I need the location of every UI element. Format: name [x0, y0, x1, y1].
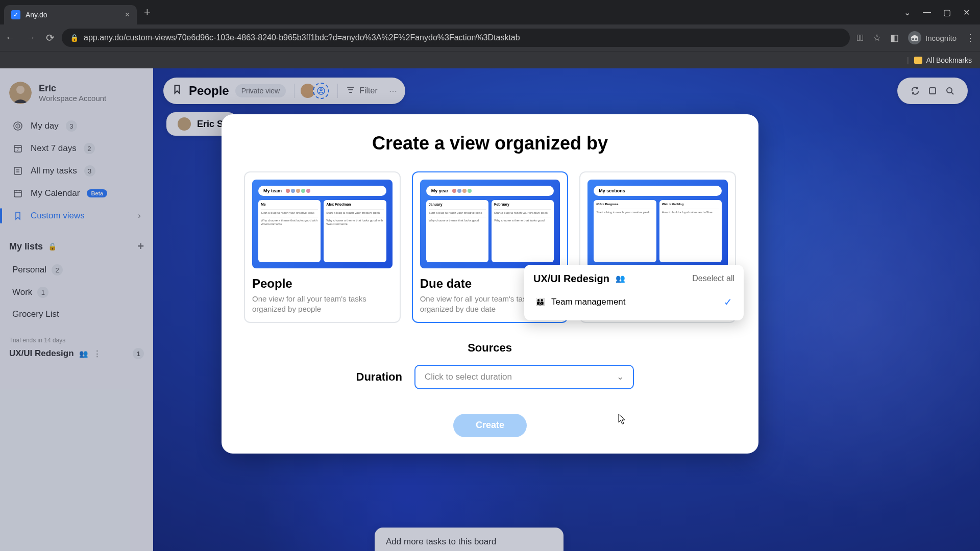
extensions-icon[interactable]: ◧	[890, 32, 899, 43]
preview-head-label: My sections	[599, 188, 625, 193]
chevron-down-icon: ⌄	[617, 371, 624, 382]
star-icon[interactable]: ☆	[873, 32, 881, 43]
card-title: People	[252, 277, 393, 291]
menu-dots-icon[interactable]: ⋮	[966, 32, 975, 43]
preview-col-label: January	[429, 203, 486, 206]
create-button[interactable]: Create	[453, 414, 527, 437]
preview-col-label: iOS > Progress	[596, 203, 653, 206]
url-text: app.any.do/custom-views/70e6d96c-103e-48…	[84, 33, 520, 42]
preview-col-label: Me	[261, 203, 318, 206]
close-window-icon[interactable]: ✕	[963, 8, 970, 17]
preview-col-label: February	[494, 203, 551, 206]
incognito-badge: Incognito	[908, 31, 957, 44]
back-icon[interactable]: ←	[5, 32, 15, 44]
preview-head-label: My year	[431, 188, 449, 193]
duration-select[interactable]: Click to select duration ⌄	[414, 365, 634, 389]
deselect-all-button[interactable]: Deselect all	[692, 274, 734, 283]
sources-group-title: UX/UI Redesign	[533, 273, 609, 285]
tab-favicon-icon: ✓	[11, 10, 20, 19]
all-bookmarks-button[interactable]: All Bookmarks	[914, 56, 972, 64]
browser-tab[interactable]: ✓ Any.do ×	[4, 5, 137, 24]
sources-dropdown: UX/UI Redesign 👥 Deselect all 👪 Team man…	[524, 265, 744, 320]
preview-head-label: My team	[263, 188, 282, 193]
check-icon: ✓	[724, 296, 732, 308]
lock-icon: 🔒	[70, 34, 79, 42]
tab-title: Any.do	[26, 11, 47, 19]
incognito-icon	[908, 31, 921, 44]
maximize-icon[interactable]: ▢	[943, 8, 951, 17]
window-controls: ⌄ — ▢ ✕	[904, 8, 976, 17]
minimize-icon[interactable]: —	[923, 8, 931, 17]
team-icon: 👪	[535, 297, 545, 307]
organize-card-people[interactable]: My team MeStart a blog to reach your cre…	[244, 171, 401, 323]
duration-placeholder: Click to select duration	[425, 372, 512, 382]
preview-col-label: Web > Backlog	[662, 203, 719, 206]
bookmark-bar: | All Bookmarks	[0, 51, 980, 68]
browser-tab-bar: ✓ Any.do × + ⌄ — ▢ ✕	[0, 0, 980, 24]
source-option-label: Team management	[551, 297, 626, 307]
reload-icon[interactable]: ⟳	[46, 32, 55, 44]
folder-icon	[914, 57, 922, 64]
sources-label: Sources	[456, 341, 512, 355]
duration-label: Duration	[346, 370, 402, 384]
address-row: ← → ⟳ 🔒 app.any.do/custom-views/70e6d96c…	[0, 24, 980, 51]
modal-overlay: Create a view organized by My team MeSta…	[0, 68, 980, 551]
new-tab-button[interactable]: +	[137, 6, 158, 19]
create-view-modal: Create a view organized by My team MeSta…	[222, 114, 758, 454]
all-bookmarks-label: All Bookmarks	[926, 56, 972, 64]
eye-off-icon[interactable]: 👁̸	[857, 33, 864, 43]
people-icon: 👥	[616, 274, 625, 283]
preview-col-label: Alex Friedman	[326, 203, 383, 206]
close-tab-icon[interactable]: ×	[125, 10, 130, 19]
chevron-down-icon[interactable]: ⌄	[904, 8, 911, 17]
incognito-label: Incognito	[925, 34, 957, 42]
card-desc: One view for all your team's tasks organ…	[252, 294, 393, 315]
modal-title: Create a view organized by	[244, 133, 736, 154]
address-bar[interactable]: 🔒 app.any.do/custom-views/70e6d96c-103e-…	[62, 29, 850, 47]
source-option[interactable]: 👪 Team management ✓	[533, 292, 734, 312]
forward-icon[interactable]: →	[26, 32, 36, 44]
